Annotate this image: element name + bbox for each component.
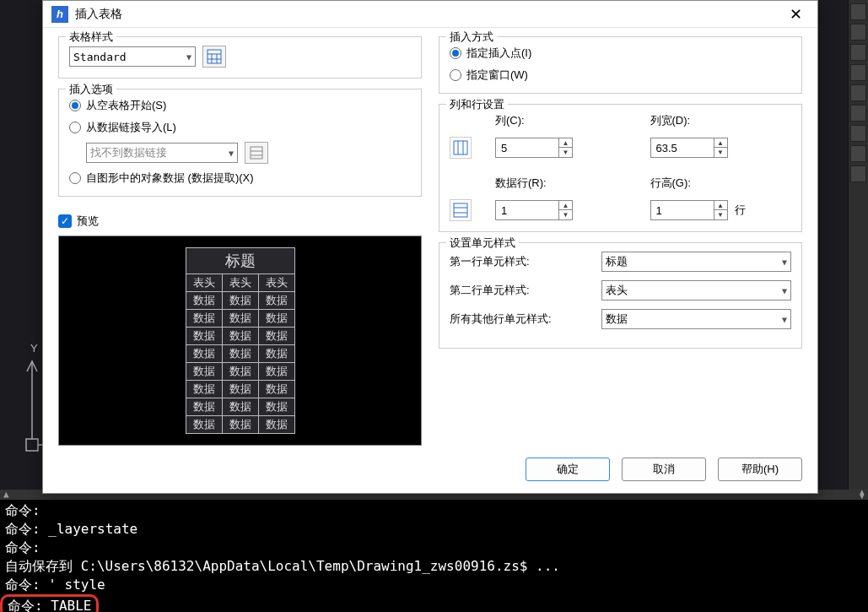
radio-insert-point[interactable]: 指定插入点(I)	[450, 46, 531, 61]
rows-icon	[450, 199, 472, 221]
data-link-combo[interactable]: 找不到数据链接▼	[86, 143, 238, 163]
columns-icon	[450, 137, 472, 159]
titlebar: h 插入表格 ✕	[43, 1, 817, 28]
right-toolbar	[848, 0, 868, 490]
dialog-footer: 确定 取消 帮助(H)	[43, 446, 817, 493]
cell-style-group: 设置单元样式 第一行单元样式: 标题▼ 第二行单元样式: 表头▼ 所有其他行单元…	[439, 242, 802, 349]
cancel-button[interactable]: 取消	[622, 458, 706, 481]
cols-label: 列(C):	[495, 113, 637, 128]
svg-rect-11	[454, 141, 467, 154]
datarow-label: 数据行(R):	[495, 176, 637, 191]
radio-from-data-link[interactable]: 从数据链接导入(L)	[69, 120, 176, 135]
svg-rect-14	[454, 203, 467, 217]
first-row-style-combo[interactable]: 标题▼	[601, 252, 791, 272]
col-width-input[interactable]: 63.5▲▼	[650, 138, 728, 158]
cmd-line: 命令:	[5, 501, 863, 520]
preview-pane: 标题 表头表头表头 数据数据数据 数据数据数据 数据数据数据 数据数据数据 数据…	[58, 236, 422, 446]
cmd-line-current: 命令: TABLE	[0, 594, 99, 612]
first-row-style-label: 第一行单元样式:	[450, 254, 601, 269]
group-legend: 插入选项	[66, 82, 116, 97]
group-legend: 表格样式	[66, 30, 116, 45]
row-height-input[interactable]: 1▲▼	[650, 200, 728, 220]
cmd-line: 命令: _layerstate	[5, 520, 863, 539]
row-unit-label: 行	[735, 203, 746, 218]
group-legend: 设置单元样式	[446, 236, 519, 251]
colw-label: 列宽(D):	[650, 113, 792, 128]
insert-options-group: 插入选项 从空表格开始(S) 从数据链接导入(L) 找不到数据链接▼	[58, 89, 422, 197]
radio-from-blank[interactable]: 从空表格开始(S)	[69, 98, 166, 113]
data-rows-input[interactable]: 1▲▼	[495, 200, 573, 220]
data-link-browse-button[interactable]	[245, 142, 268, 164]
columns-input[interactable]: 5▲▼	[495, 138, 573, 158]
second-row-style-combo[interactable]: 表头▼	[601, 280, 791, 301]
insert-method-group: 插入方式 指定插入点(I) 指定窗口(W)	[439, 36, 802, 94]
col-row-group: 列和行设置 列(C): 列宽(D): 5▲▼ 63.5▲▼ 数据行(R): 行高…	[439, 104, 802, 232]
radio-insert-window[interactable]: 指定窗口(W)	[450, 68, 528, 83]
cmd-line: 自动保存到 C:\Users\86132\AppData\Local\Temp\…	[5, 557, 863, 576]
insert-table-dialog: h 插入表格 ✕ 表格样式 Standard▼ 插入选项	[42, 0, 818, 494]
cmd-line: 命令:	[5, 539, 863, 557]
table-style-combo[interactable]: Standard▼	[69, 46, 196, 67]
svg-rect-3	[208, 50, 221, 63]
svg-rect-1	[26, 439, 38, 451]
svg-rect-8	[251, 147, 262, 159]
other-row-style-label: 所有其他行单元样式:	[450, 311, 601, 327]
preview-checkbox[interactable]: ✓预览	[58, 214, 422, 229]
preview-table: 标题 表头表头表头 数据数据数据 数据数据数据 数据数据数据 数据数据数据 数据…	[186, 247, 295, 434]
ok-button[interactable]: 确定	[526, 458, 610, 481]
app-icon: h	[51, 6, 68, 23]
group-legend: 插入方式	[446, 30, 497, 45]
dialog-title: 插入表格	[75, 7, 782, 22]
edit-style-button[interactable]	[202, 46, 226, 68]
command-line[interactable]: ▲⧫ 命令: 命令: _layerstate 命令: 自动保存到 C:\User…	[0, 490, 868, 612]
rowh-label: 行高(G):	[650, 176, 792, 191]
close-button[interactable]: ✕	[782, 5, 809, 24]
help-button[interactable]: 帮助(H)	[718, 458, 802, 481]
group-legend: 列和行设置	[446, 97, 508, 112]
table-style-group: 表格样式 Standard▼	[58, 36, 422, 79]
second-row-style-label: 第二行单元样式:	[450, 283, 601, 298]
cmd-line: 命令: ' style	[5, 576, 863, 594]
other-row-style-combo[interactable]: 数据▼	[601, 309, 791, 329]
radio-from-extract[interactable]: 自图形中的对象数据 (数据提取)(X)	[69, 171, 254, 186]
